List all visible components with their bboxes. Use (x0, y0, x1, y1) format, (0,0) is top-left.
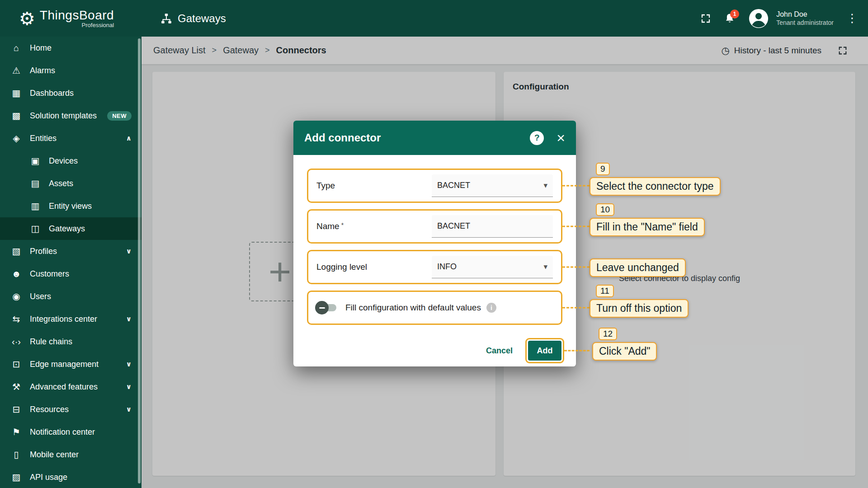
api-usage-icon: ▨ (10, 472, 23, 483)
account-circle-icon (748, 8, 769, 29)
advanced-features-icon: ⚒ (10, 381, 23, 392)
sidebar-item-resources[interactable]: ⊟ Resources ∨ (0, 398, 142, 421)
sidebar-item-alarms[interactable]: ⚠ Alarms (0, 59, 142, 82)
sidebar-item-dashboards[interactable]: ▦ Dashboards (0, 82, 142, 104)
alarms-icon: ⚠ (10, 65, 23, 76)
dialog-title: Add connector (304, 131, 381, 144)
sidebar-item-integrations-center[interactable]: ⇆ Integrations center ∨ (0, 308, 142, 330)
callout-step-number: 12 (599, 328, 617, 340)
sidebar-item-label: Profiles (30, 247, 57, 256)
home-icon: ⌂ (10, 43, 23, 53)
user-role: Tenant administrator (776, 19, 834, 27)
add-button[interactable]: Add (528, 341, 561, 361)
page-title-group: Gateways (160, 12, 226, 25)
callout-step-number: 9 (596, 163, 610, 175)
dashed-connector (562, 307, 590, 309)
sidebar-item-api-usage[interactable]: ▨ API usage (0, 466, 142, 488)
dashed-connector (562, 185, 590, 187)
callout-text: Fill in the "Name" field (596, 221, 698, 233)
sidebar-item-entity-views[interactable]: ▥ Entity views (0, 195, 142, 217)
devices-icon: ▣ (29, 155, 42, 166)
entities-icon: ◈ (10, 133, 23, 144)
sidebar-item-assets[interactable]: ▤ Assets (0, 172, 142, 195)
default-values-toggle[interactable] (316, 304, 336, 311)
minus-icon (319, 307, 325, 309)
sidebar-item-notification-center[interactable]: ⚑ Notification center (0, 421, 142, 443)
sidebar-item-label: Assets (49, 179, 73, 188)
logging-level-select[interactable]: INFO ▾ (432, 256, 553, 278)
sidebar-item-edge-management[interactable]: ⊡ Edge management ∨ (0, 353, 142, 375)
sidebar-scrollbar[interactable] (138, 38, 141, 483)
sidebar-item-label: Home (30, 43, 52, 53)
sidebar-item-label: Customers (30, 269, 69, 279)
user-info: John Doe Tenant administrator (776, 10, 834, 27)
dashed-connector (562, 267, 590, 268)
sidebar-item-label: Gateways (49, 224, 85, 234)
sidebar-item-label: Solution templates (30, 111, 97, 121)
sidebar-item-customers[interactable]: ☻ Customers (0, 263, 142, 285)
dashed-connector (564, 350, 590, 352)
chevron-up-icon: ∧ (126, 134, 132, 142)
sidebar: ⌂ Home ⚠ Alarms ▦ Dashboards ▩ Solution … (0, 37, 142, 488)
sidebar-item-label: Dashboards (30, 89, 74, 98)
sidebar-item-home[interactable]: ⌂ Home (0, 37, 142, 59)
callout-leave-unchanged: Leave unchanged (590, 258, 686, 277)
sidebar-item-label: Notification center (30, 427, 95, 437)
sidebar-item-label: Entities (30, 134, 57, 143)
name-input[interactable] (437, 221, 547, 231)
callout-step-11: 11 Turn off this option (590, 299, 689, 318)
sidebar-item-entities[interactable]: ◈ Entities ∧ (0, 127, 142, 150)
logging-level-highlight-ring: Logging level INFO ▾ (307, 250, 562, 284)
sidebar-item-label: Devices (49, 156, 78, 166)
name-field-label-text: Name (316, 221, 340, 231)
sidebar-item-label: Mobile center (30, 450, 79, 460)
sidebar-item-mobile-center[interactable]: ▯ Mobile center (0, 443, 142, 466)
required-marker: * (341, 221, 344, 229)
integrations-icon: ⇆ (10, 314, 23, 324)
chevron-down-icon: ∨ (126, 247, 132, 255)
name-field-highlight-ring: Name* (307, 209, 562, 244)
thingsboard-logo[interactable]: ⚙ ThingsBoard Professional (0, 8, 142, 28)
notifications-button[interactable]: 1 (724, 13, 736, 24)
help-icon: ? (534, 133, 540, 143)
user-avatar[interactable] (748, 8, 769, 29)
resources-icon: ⊟ (10, 404, 23, 415)
sidebar-item-label: Rule chains (30, 337, 72, 347)
kebab-icon: ⋮ (846, 11, 858, 25)
info-icon[interactable]: i (486, 303, 496, 313)
cancel-button[interactable]: Cancel (486, 346, 513, 356)
gateways-title-icon (160, 13, 172, 24)
type-select[interactable]: BACNET ▾ (432, 174, 553, 197)
sidebar-item-gateways[interactable]: ◫ Gateways (0, 217, 142, 240)
sidebar-item-label: Alarms (30, 66, 55, 75)
fullscreen-button[interactable] (700, 13, 711, 24)
brand-name: ThingsBoard (40, 8, 114, 23)
customers-icon: ☻ (10, 269, 23, 279)
profiles-icon: ▧ (10, 246, 23, 257)
sidebar-item-profiles[interactable]: ▧ Profiles ∨ (0, 240, 142, 263)
edge-management-icon: ⊡ (10, 359, 23, 370)
dashed-connector (562, 226, 590, 227)
callout-text: Select the connector type (596, 180, 714, 192)
dialog-header: Add connector ? × (293, 121, 576, 155)
sidebar-item-rule-chains[interactable]: ‹·› Rule chains (0, 330, 142, 353)
name-field-label: Name* (316, 221, 344, 231)
sidebar-item-solution-templates[interactable]: ▩ Solution templates NEW (0, 104, 142, 127)
dialog-close-button[interactable]: × (557, 131, 565, 145)
logging-level-label: Logging level (316, 262, 367, 272)
sidebar-item-advanced-features[interactable]: ⚒ Advanced features ∨ (0, 375, 142, 398)
type-field-label: Type (316, 181, 335, 191)
more-menu-button[interactable]: ⋮ (846, 11, 858, 25)
logging-level-value: INFO (437, 262, 457, 272)
sidebar-item-label: Edge management (30, 360, 99, 369)
dropdown-arrow-icon: ▾ (543, 181, 547, 190)
dialog-help-button[interactable]: ? (530, 131, 544, 145)
sidebar-item-label: Integrations center (30, 314, 97, 324)
default-values-toggle-label: Fill configuration with default values (345, 303, 481, 313)
close-icon: × (557, 130, 565, 146)
sidebar-item-devices[interactable]: ▣ Devices (0, 150, 142, 172)
sidebar-item-label: Users (30, 292, 51, 301)
dialog-footer: Cancel Add (486, 338, 564, 363)
sidebar-item-users[interactable]: ◉ Users (0, 285, 142, 308)
gateways-icon: ◫ (29, 223, 42, 234)
